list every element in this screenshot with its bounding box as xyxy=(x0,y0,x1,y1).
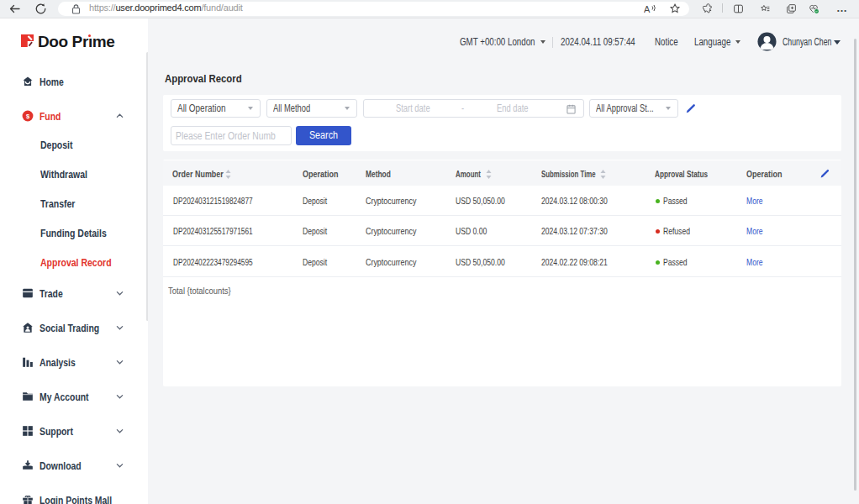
svg-text:A: A xyxy=(644,4,651,14)
